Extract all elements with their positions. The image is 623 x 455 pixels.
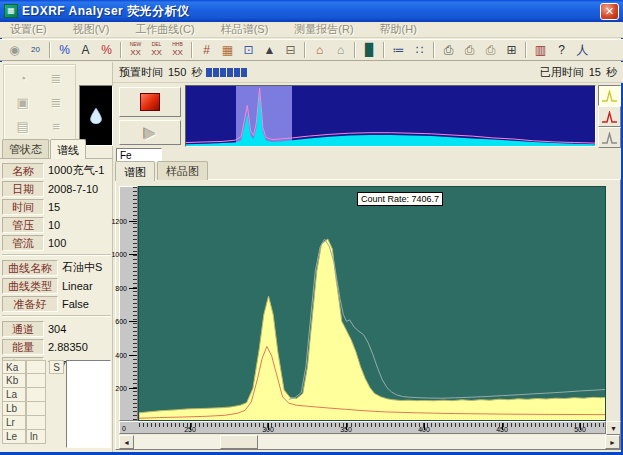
acquisition-progress-bar [206, 68, 247, 77]
field-row: 准备好False [2, 295, 111, 312]
gain-setting-icon[interactable]: 20 [25, 41, 46, 60]
x-axis-ruler: 0 250300350400450500 [119, 421, 606, 434]
start-button[interactable]: ▶ [119, 120, 181, 145]
scroll-track[interactable] [134, 435, 605, 449]
left-tab-strip: 管状态谱线 [0, 141, 113, 159]
elapsed-time-label: 已用时间 [540, 65, 584, 80]
field-label: 名称 [2, 163, 44, 179]
curve-gray-button[interactable] [598, 127, 621, 148]
field-label: 时间 [2, 199, 44, 215]
toolbar: ◉20%A%NEWXXDELXXHHBXX#▦⊡▲⊟⌂⌂▉≔∷⎙⎙⎙⊞▥?人 [0, 39, 623, 61]
spectral-line-fields: 名称1000充气-1日期2008-7-10时间15管压10管流100曲线名称石油… [0, 161, 113, 374]
toolbar-separator [304, 42, 306, 58]
log-button[interactable]: ▤ [12, 116, 34, 136]
preset-time-unit: 秒 [191, 65, 202, 80]
y-tick-label: 800 [115, 285, 127, 292]
print-icon[interactable]: ⎙ [438, 41, 459, 60]
spectrum-delete-icon[interactable]: DELXX [146, 41, 167, 60]
scroll-left-button[interactable]: ◄ [119, 435, 134, 449]
line-table-cell [26, 360, 46, 374]
tab-spectrum-view[interactable]: 谱图 [115, 161, 155, 181]
menu-settings[interactable]: 设置(E) [10, 22, 47, 37]
acquisition-preview-chart[interactable] [185, 85, 596, 147]
toolbar-separator [354, 42, 356, 58]
print-setup-icon[interactable]: ⎙ [480, 41, 501, 60]
exit-icon[interactable]: 人 [572, 41, 593, 60]
menu-working-curve[interactable]: 工作曲线(C) [135, 22, 194, 37]
tab-spectral-line[interactable]: 谱线 [50, 139, 86, 159]
field-value: Linear [58, 280, 93, 292]
hv-indicator-button[interactable]: ≣ [45, 69, 67, 89]
context-help-icon[interactable]: ? [551, 41, 572, 60]
peak-search-icon[interactable]: ▲ [259, 41, 280, 60]
field-value: False [58, 298, 89, 310]
menu-measure-report[interactable]: 测量报告(R) [294, 22, 353, 37]
field-separator [2, 254, 111, 256]
element-input[interactable] [116, 148, 162, 162]
tube-control-panel: ◔≣▣≣▤≡ [3, 64, 76, 141]
peak-icon [602, 111, 618, 123]
tab-sample-view[interactable]: 样品图 [157, 161, 208, 180]
spectrum-plot[interactable]: Count Rate: 7406.7 [138, 186, 606, 421]
field-label: 通道 [2, 321, 44, 337]
element-column-header: S [49, 360, 64, 374]
field-value: 石油中S [58, 260, 102, 275]
scroll-thumb[interactable] [220, 435, 258, 449]
roi-icon[interactable]: ⊟ [280, 41, 301, 60]
smooth-icon[interactable]: ▦ [217, 41, 238, 60]
stop-button[interactable] [119, 87, 181, 117]
peak-icon [602, 132, 618, 144]
line-table-cell: ln [26, 430, 46, 444]
percent-standard-icon[interactable]: % [96, 41, 117, 60]
save-state-button[interactable]: ▣ [12, 92, 34, 112]
monitor-icon[interactable]: ▉ [359, 41, 380, 60]
edxrf-analyser-window: ▦ EDXRF Analyser 荧光分析仪 ✕ 设置(E)视图(V)工作曲线(… [0, 0, 623, 455]
line-table-cell: Ka [2, 360, 26, 374]
progress-block [220, 68, 226, 77]
scroll-down-button[interactable]: ▼ [606, 421, 621, 435]
param-detail-icon[interactable]: ∷ [409, 41, 430, 60]
menu-sample-spectrum[interactable]: 样品谱(S) [221, 22, 269, 37]
field-row: 管压10 [2, 216, 111, 233]
chart-window-icon[interactable]: ⊡ [238, 41, 259, 60]
grid-icon[interactable]: # [196, 41, 217, 60]
line-series-table: KaKbLaLbLrLeln [2, 360, 46, 444]
field-row: 名称1000充气-1 [2, 162, 111, 179]
param-list-icon[interactable]: ≔ [388, 41, 409, 60]
angle-calibration-icon[interactable]: A [75, 41, 96, 60]
menu-view[interactable]: 视图(V) [73, 22, 110, 37]
line-table-cell: Lb [2, 402, 26, 416]
filter-indicator-button[interactable]: ≣ [45, 92, 67, 112]
field-row: 管流100 [2, 234, 111, 251]
app-icon: ▦ [4, 4, 18, 18]
manual-book-icon[interactable]: ▥ [530, 41, 551, 60]
curve-yellow-button[interactable] [598, 85, 621, 106]
shutter-indicator-button[interactable]: ≡ [45, 116, 67, 136]
spectrum-save-icon[interactable]: HHBXX [167, 41, 188, 60]
play-icon: ▶ [144, 125, 156, 140]
curve-red-button[interactable] [598, 106, 621, 127]
calculator-icon[interactable]: ⊞ [501, 41, 522, 60]
home-icon[interactable]: ⌂ [309, 41, 330, 60]
horizontal-scrollbar[interactable]: ◄► [119, 435, 620, 449]
percent-sample-icon[interactable]: % [54, 41, 75, 60]
connect-icon[interactable]: ◉ [4, 41, 25, 60]
menu-help[interactable]: 帮助(H) [380, 22, 417, 37]
y-tick-label: 1000 [111, 251, 127, 258]
element-list-box[interactable] [66, 360, 111, 448]
field-row: 曲线名称石油中S [2, 259, 111, 276]
timer-button[interactable]: ◔ [12, 69, 34, 89]
field-label: 准备好 [2, 296, 58, 312]
y-major-tick [129, 355, 137, 356]
toolbar-separator [433, 42, 435, 58]
home-alt-icon[interactable]: ⌂ [330, 41, 351, 60]
spectrum-new-icon[interactable]: NEWXX [125, 41, 146, 60]
toolbar-separator [383, 42, 385, 58]
tab-tube-status[interactable]: 管状态 [2, 139, 49, 158]
close-button[interactable]: ✕ [600, 3, 619, 20]
x-tick-label: 400 [412, 426, 436, 433]
scroll-right-button[interactable]: ► [605, 435, 620, 449]
field-label: 管压 [2, 217, 44, 233]
timing-bar: 预置时间 150 秒 已用时间 15 秒 [113, 62, 623, 83]
print-preview-icon[interactable]: ⎙ [459, 41, 480, 60]
